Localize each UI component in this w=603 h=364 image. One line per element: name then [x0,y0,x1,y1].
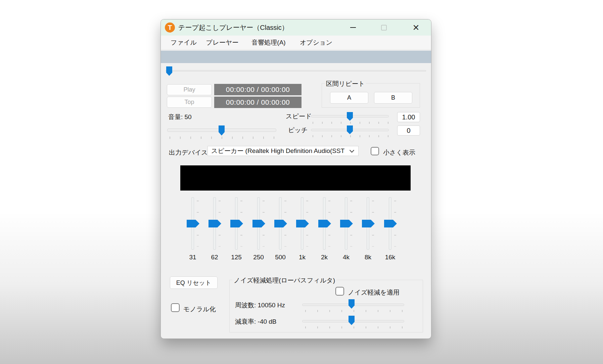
mono-label: モノラル化 [183,305,216,314]
close-icon: ✕ [413,23,420,32]
ab-repeat-group: 区間リピート A B [322,83,420,108]
eq-band-label: 2k [314,254,335,261]
minimize-icon [350,27,356,28]
time-display-main: 00:00:00 / 00:00:00 [214,84,302,95]
eq-reset-button[interactable]: EQ リセット [170,276,218,289]
volume-label: 音量: 50 [168,113,192,121]
eq-slider-31: 31 [182,197,203,262]
titlebar[interactable]: T テープ起こしプレーヤー（Classic） ✕ [161,19,431,36]
small-view-checkbox[interactable] [371,147,379,155]
eq-slider-500: 500 [270,197,291,262]
menu-audio[interactable]: 音響処理(A) [248,36,289,50]
menubar: ファイル(F) プレーヤー(P) 音響処理(A) オプション(O) [161,36,431,50]
time-display-sub: 00:00:00 / 00:00:00 [214,97,302,108]
repeat-b-button[interactable]: B [374,92,412,104]
eq-slider-125: 125 [226,197,247,262]
eq-band-label: 31 [182,254,203,261]
eq-slider-1k: 1k [291,197,313,262]
noise-reduction-title: ノイズ軽減処理(ローパスフィルタ) [232,276,336,285]
window-title: テープ起こしプレーヤー（Classic） [178,19,288,36]
eq-slider-16k: 16k [379,197,401,262]
output-device-value: スピーカー (Realtek High Definition Audio(SST [211,147,344,154]
noise-apply-label: ノイズ軽減を適用 [348,288,400,297]
eq-band-label: 4k [335,254,357,261]
speed-slider-thumb[interactable] [347,112,353,121]
pitch-label: ピッチ [288,126,308,135]
eq-slider-8k: 8k [357,197,379,262]
menu-options[interactable]: オプション(O) [298,36,334,50]
pitch-slider-ticks [313,135,388,137]
volume-slider-ticks [170,137,275,139]
eq-band-label: 500 [270,254,291,261]
output-device-label: 出力デバイス [169,148,208,157]
small-view-label: 小さく表示 [383,148,415,157]
play-button[interactable]: Play [167,84,212,95]
maximize-icon [381,25,387,31]
eq-band-label: 1k [291,254,313,261]
volume-slider-thumb[interactable] [219,125,225,136]
eq-slider-4k: 4k [335,197,357,262]
repeat-b-label: B [391,94,395,101]
eq-slider-62: 62 [204,197,225,262]
eq-band-label: 125 [226,254,247,261]
app-icon-letter: T [168,24,172,32]
eq-band-label: 62 [204,254,225,261]
ab-repeat-title: 区間リピート [325,80,366,88]
app-icon: T [165,22,175,33]
play-button-label: Play [183,86,195,93]
toolbar-strip [161,51,431,63]
app-window: T テープ起こしプレーヤー（Classic） ✕ ファイル(F) プレーヤー(P… [160,19,431,339]
speed-label: スピード [286,112,312,121]
eq-band-label: 8k [357,254,379,261]
attenuation-slider-ticks [305,326,403,328]
speed-slider-ticks [313,122,388,124]
eq-slider-250: 250 [248,197,269,262]
pitch-slider-thumb[interactable] [347,125,353,134]
maximize-button[interactable] [377,21,390,34]
eq-slider-2k: 2k [314,197,335,262]
top-button[interactable]: Top [167,97,212,108]
attenuation-slider-thumb[interactable] [349,316,355,325]
attenuation-label: 減衰率: -40 dB [235,317,277,326]
frequency-slider-thumb[interactable] [349,299,355,309]
close-button[interactable]: ✕ [409,21,423,34]
frequency-label: 周波数: 10050 Hz [235,301,285,310]
eq-band-label: 250 [248,254,269,261]
speed-value: 1.00 [397,112,420,122]
eq-reset-label: EQ リセット [176,279,212,287]
output-device-select[interactable]: スピーカー (Realtek High Definition Audio(SST [207,146,359,156]
waveform-display [180,165,411,191]
pitch-value: 0 [397,125,420,136]
chevron-down-icon [350,148,354,153]
menu-file[interactable]: ファイル(F) [171,36,197,50]
minimize-button[interactable] [346,21,360,34]
noise-apply-checkbox[interactable] [335,287,344,296]
eq-band-label: 16k [379,254,401,261]
repeat-a-button[interactable]: A [330,92,368,104]
repeat-a-label: A [347,94,351,101]
top-button-label: Top [184,99,194,106]
mono-checkbox[interactable] [171,303,180,312]
seek-slider-track[interactable] [166,70,426,71]
seek-slider-thumb[interactable] [166,66,172,76]
noise-reduction-group: ノイズ軽減処理(ローパスフィルタ) ノイズ軽減を適用 周波数: 10050 Hz… [229,280,423,332]
frequency-slider-ticks [305,310,403,312]
menu-player[interactable]: プレーヤー(P) [204,36,240,50]
